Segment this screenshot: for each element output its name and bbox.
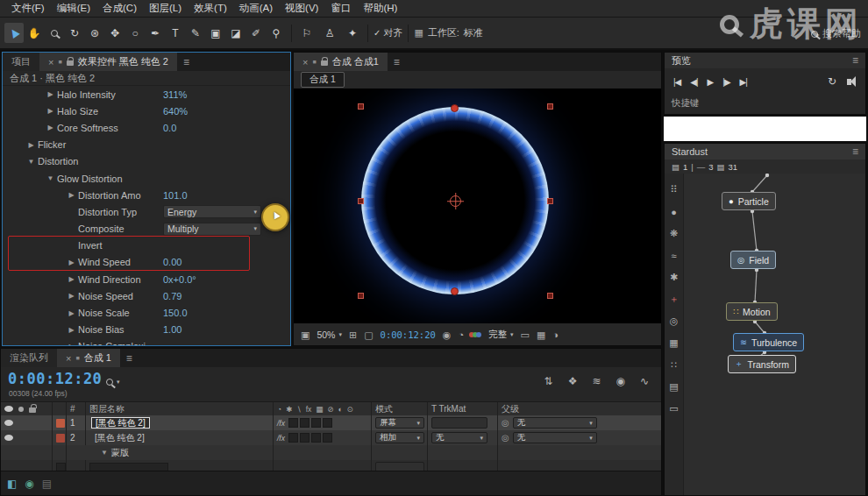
parent-dropdown[interactable]: 无▾ (513, 417, 597, 429)
pan-behind-tool[interactable]: ✥ (105, 23, 125, 43)
puppet-pin-tool[interactable]: ⚲ (267, 23, 286, 43)
exposure-icon[interactable]: ◑ (552, 329, 559, 340)
viewer-timecode[interactable]: 0:00:12:20 (381, 329, 436, 340)
rotate-tool[interactable]: ↻ (65, 23, 84, 43)
node-motion[interactable]: ∷Motion (726, 302, 778, 321)
twirl-icon[interactable]: ▶ (25, 141, 37, 149)
property-value[interactable]: 0.79 (163, 291, 181, 301)
menu-item-文件(F)[interactable]: 文件(F) (5, 0, 51, 17)
channels-icon[interactable] (471, 332, 481, 337)
text-tool[interactable]: T (166, 23, 185, 43)
layer-row-2[interactable]: 2[黑色 纯色 2]/fx相加▾无▾◎无▾ (1, 430, 661, 445)
tab-composition[interactable]: × ■ 合成 合成1 (294, 53, 388, 71)
mode-header[interactable]: 模式 (371, 402, 427, 415)
mini-flowchart-icon[interactable]: ⇅ (544, 375, 553, 387)
tab-project[interactable]: 项目 (3, 53, 39, 71)
help-search-input[interactable]: 搜索帮助 (811, 27, 861, 40)
roto-brush-tool[interactable]: ✐ (246, 23, 266, 43)
in-out-stretch-toggle-icon[interactable]: ▤ (42, 478, 52, 490)
particle-icon[interactable]: ● (671, 201, 677, 223)
twirl-icon[interactable]: ▶ (45, 90, 56, 98)
frame-blend-icon[interactable]: ▦ (316, 405, 323, 414)
frame-blend-master-icon[interactable]: ≋ (592, 375, 601, 387)
lock-icon[interactable] (321, 60, 328, 66)
tab-timeline-comp[interactable]: × ■ 合成 1 (57, 349, 120, 367)
grid-guides-icon[interactable]: ⊞ (349, 329, 357, 341)
switch-cell[interactable] (311, 418, 321, 428)
panel-icon[interactable]: ▤ (669, 376, 678, 398)
layer-name-header[interactable]: 图层名称 (85, 402, 273, 415)
selection-tool[interactable]: ▶ (4, 23, 24, 43)
pickwhip-icon[interactable]: ◎ (502, 433, 509, 443)
menu-item-动画(A)[interactable]: 动画(A) (233, 0, 279, 17)
node-turbulence[interactable]: ≋Turbulence (733, 333, 804, 351)
layer-color-swatch[interactable] (56, 419, 65, 428)
pickwhip-icon[interactable]: ◎ (502, 418, 509, 428)
trkmat-header[interactable]: T TrkMat (427, 402, 497, 415)
mode-dropdown[interactable]: 相加▾ (375, 432, 424, 443)
turbulence-icon[interactable]: ≈ (671, 244, 676, 266)
zoom-tool[interactable] (45, 23, 64, 43)
layer-name[interactable]: [黑色 纯色 2] (89, 432, 145, 444)
selection-handle[interactable] (358, 293, 364, 299)
menu-item-编辑(E)[interactable]: 编辑(E) (51, 0, 96, 17)
twirl-icon[interactable]: ▶ (66, 326, 77, 334)
roi-icon[interactable]: ▭ (521, 329, 530, 341)
property-value[interactable]: 0x+0.0° (163, 274, 196, 285)
masks-group-row[interactable]: ▼ 蒙版 (1, 445, 661, 460)
workspace-extra-1[interactable]: ⚐ (297, 23, 317, 43)
force-icon[interactable]: ❋ (670, 223, 678, 244)
pen-tool[interactable]: ✒ (146, 23, 165, 43)
property-value[interactable]: 1.00 (163, 324, 181, 335)
menu-item-图层(L)[interactable]: 图层(L) (143, 0, 188, 17)
menu-item-视图(V)[interactable]: 视图(V) (279, 0, 324, 17)
brush-tool[interactable]: ✎ (186, 23, 205, 43)
stardust-node-graph[interactable]: ●Particle◎Field∷Motion≋Turbulence＋Transf… (684, 174, 865, 495)
always-preview-icon[interactable]: ▣ (301, 329, 309, 341)
lock-icon[interactable] (67, 60, 74, 66)
frame-icon[interactable]: ▭ (669, 398, 678, 420)
menu-item-窗口[interactable]: 窗口 (324, 0, 357, 17)
composition-viewer[interactable] (294, 89, 661, 323)
property-value[interactable]: 150.0 (163, 308, 188, 318)
dropdown-composite[interactable]: Multiply▾ (163, 223, 261, 236)
parent-dropdown[interactable]: 无▾ (513, 432, 597, 443)
transfer-controls-toggle-icon[interactable]: ◉ (25, 478, 33, 490)
twirl-icon[interactable]: ▶ (45, 124, 56, 131)
twirl-icon[interactable]: ▶ (66, 309, 77, 317)
panel-menu-icon[interactable]: ≡ (852, 54, 858, 67)
switch-cell[interactable] (288, 433, 298, 443)
twirl-icon[interactable]: ▶ (66, 191, 77, 199)
grid-icon[interactable]: ▦ (669, 332, 678, 354)
property-value[interactable]: 640% (163, 106, 188, 117)
twirl-open-icon[interactable]: ▼ (101, 449, 108, 457)
mask-visibility-icon[interactable]: ▢ (364, 329, 373, 341)
panel-menu-icon[interactable]: ≡ (852, 145, 858, 158)
play-button[interactable]: ▶ (708, 77, 714, 87)
comp-breadcrumb-button[interactable]: 合成 1 (301, 72, 345, 88)
twirl-icon[interactable]: ▶ (66, 292, 77, 300)
effect-control-point[interactable] (451, 104, 459, 112)
effect-control-point[interactable] (451, 287, 459, 295)
magnification-select[interactable]: 50% ▾ (317, 329, 342, 340)
next-frame-button[interactable]: |▶ (722, 77, 729, 87)
menu-item-效果(T)[interactable]: 效果(T) (188, 0, 233, 17)
fx-icon[interactable]: fx (306, 405, 312, 414)
twirl-icon[interactable]: ▶ (66, 343, 77, 345)
tab-render-queue[interactable]: 渲染队列 (1, 349, 57, 367)
switch-cell[interactable] (323, 433, 332, 443)
3d-icon[interactable]: ⊙ (347, 405, 353, 414)
clone-stamp-tool[interactable]: ▣ (206, 23, 225, 43)
camera-tool[interactable]: ⊛ (85, 23, 104, 43)
twirl-icon[interactable]: ▶ (45, 107, 56, 115)
loop-button[interactable]: ↻ (828, 75, 836, 88)
property-value[interactable]: 0.0 (163, 123, 176, 133)
fx-badge-icon[interactable]: /fx (277, 419, 285, 428)
parent-header[interactable]: 父级 (497, 402, 661, 415)
layer-name[interactable]: [黑色 纯色 2] (91, 417, 150, 429)
node-field[interactable]: ◎Field (730, 251, 776, 269)
panel-menu-icon[interactable]: ≡ (183, 56, 189, 68)
close-icon[interactable]: × (66, 353, 71, 364)
workspace-value[interactable]: 标准 (464, 26, 483, 39)
node-particle[interactable]: ●Particle (722, 192, 776, 210)
